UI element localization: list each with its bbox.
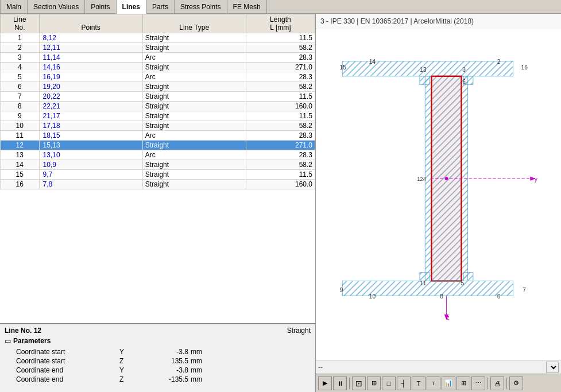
svg-rect-9 xyxy=(342,281,513,296)
svg-text:y: y xyxy=(535,176,538,183)
table-row[interactable]: 311,14Arc28.3 xyxy=(1,53,315,63)
table-row[interactable]: 1017,18Straight58.2 xyxy=(1,121,315,131)
toolbar-btn-table[interactable]: ⊞ xyxy=(456,377,470,390)
svg-text:11: 11 xyxy=(420,280,427,286)
diagram-area[interactable]: 15 14 13 3 2 16 6 y 124 9 xyxy=(316,29,561,360)
cell-points: 8,12 xyxy=(39,33,142,43)
tab-fe-mesh[interactable]: FE Mesh xyxy=(227,0,267,13)
col-header-line-type: Line Type xyxy=(142,14,246,33)
toolbar-btn-print[interactable]: 🖨 xyxy=(490,377,504,390)
status-text: -- xyxy=(318,363,323,371)
tab-parts[interactable]: Parts xyxy=(146,0,175,13)
cell-line-type: Straight xyxy=(142,43,246,53)
cell-length: 11.5 xyxy=(246,170,315,180)
app-container: Main Section Values Points Lines Parts S… xyxy=(0,0,561,392)
info-title-row: Line No. 12 Straight xyxy=(5,327,311,335)
param-value: -135.5 xyxy=(142,375,188,383)
cell-line-no: 4 xyxy=(1,63,40,72)
svg-text:124: 124 xyxy=(417,176,425,182)
param-name: Coordinate end xyxy=(16,366,119,374)
cell-line-type: Straight xyxy=(142,141,246,150)
cell-line-type: Straight xyxy=(142,102,246,111)
cell-line-type: Straight xyxy=(142,82,246,92)
diagram-header: 3 - IPE 330 | EN 10365:2017 | ArcelorMit… xyxy=(316,14,561,29)
toolbar-btn-chart[interactable]: 📊 xyxy=(442,377,455,390)
cell-points: 18,15 xyxy=(39,131,142,141)
cell-line-no: 7 xyxy=(1,92,40,102)
cell-length: 160.0 xyxy=(246,102,315,111)
table-row[interactable]: 516,19Arc28.3 xyxy=(1,72,315,82)
cell-line-no: 15 xyxy=(1,170,40,180)
tab-bar: Main Section Values Points Lines Parts S… xyxy=(0,0,561,14)
table-row[interactable]: 921,17Straight11.5 xyxy=(1,111,315,121)
cell-line-no: 2 xyxy=(1,43,40,53)
left-panel: LineNo. Points Line Type LengthL [mm] 18… xyxy=(0,14,316,392)
tab-lines[interactable]: Lines xyxy=(117,0,146,14)
param-axis: Y xyxy=(119,348,142,356)
cell-line-no: 10 xyxy=(1,121,40,131)
cell-line-type: Straight xyxy=(142,33,246,43)
table-row[interactable]: 18,12Straight11.5 xyxy=(1,33,315,43)
svg-text:6: 6 xyxy=(497,293,501,300)
cell-points: 17,18 xyxy=(39,121,142,131)
toolbar-btn-select[interactable]: ⊡ xyxy=(352,377,366,390)
params-collapse-icon[interactable]: ▭ xyxy=(5,337,11,345)
param-name: Coordinate start xyxy=(16,348,119,356)
param-row: Coordinate endZ-135.5mm xyxy=(5,375,311,384)
status-dropdown[interactable] xyxy=(546,362,559,373)
col-header-line-no: LineNo. xyxy=(1,14,40,33)
info-line-title: Line No. 12 xyxy=(5,327,41,335)
table-row[interactable]: 167,8Straight160.0 xyxy=(1,180,315,189)
tab-points[interactable]: Points xyxy=(85,0,116,13)
toolbar-btn-settings[interactable]: ⚙ xyxy=(509,377,523,390)
param-unit: mm xyxy=(188,366,211,374)
table-row[interactable]: 1313,10Arc28.3 xyxy=(1,150,315,160)
svg-text:8: 8 xyxy=(440,293,443,300)
cell-line-no: 5 xyxy=(1,72,40,82)
cell-points: 22,21 xyxy=(39,102,142,111)
params-header: ▭ Parameters xyxy=(5,337,311,345)
svg-text:5: 5 xyxy=(461,280,465,286)
param-row: Coordinate startY-3.8mm xyxy=(5,347,311,356)
table-row[interactable]: 1215,13Straight271.0 xyxy=(1,141,315,150)
toolbar-btn-prev[interactable]: ▶ xyxy=(318,377,332,390)
toolbar-btn-grid[interactable]: ⊞ xyxy=(367,377,381,390)
cell-line-no: 3 xyxy=(1,53,40,63)
table-row[interactable]: 414,16Straight271.0 xyxy=(1,63,315,72)
svg-text:13: 13 xyxy=(420,67,427,73)
table-row[interactable]: 159,7Straight11.5 xyxy=(1,170,315,180)
toolbar-btn-text2[interactable]: T xyxy=(427,377,440,390)
table-row[interactable]: 212,11Straight58.2 xyxy=(1,43,315,53)
toolbar-btn-text1[interactable]: T xyxy=(412,377,425,390)
tab-section-values[interactable]: Section Values xyxy=(28,0,85,13)
toolbar-btn-pause[interactable]: ⏸ xyxy=(333,377,347,390)
svg-text:9: 9 xyxy=(340,287,343,293)
cell-points: 13,10 xyxy=(39,150,142,160)
svg-text:14: 14 xyxy=(369,59,376,65)
toolbar-btn-more[interactable]: ⋯ xyxy=(471,377,485,390)
svg-rect-1 xyxy=(342,61,513,76)
table-row[interactable]: 1410,9Straight58.2 xyxy=(1,160,315,170)
table-row[interactable]: 720,22Straight11.5 xyxy=(1,92,315,102)
param-unit: mm xyxy=(188,375,211,383)
cell-line-no: 12 xyxy=(1,141,40,150)
cell-length: 271.0 xyxy=(246,141,315,150)
cell-length: 11.5 xyxy=(246,92,315,102)
tab-main[interactable]: Main xyxy=(0,0,28,13)
table-row[interactable]: 1118,15Arc28.3 xyxy=(1,131,315,141)
cell-line-type: Arc xyxy=(142,53,246,63)
svg-text:10: 10 xyxy=(369,293,376,300)
right-panel: 3 - IPE 330 | EN 10365:2017 | ArcelorMit… xyxy=(316,14,561,392)
table-row[interactable]: 619,20Straight58.2 xyxy=(1,82,315,92)
svg-rect-8 xyxy=(463,273,473,281)
toolbar-sep-1 xyxy=(349,378,350,389)
toolbar-btn-align-right[interactable]: ┤ xyxy=(397,377,411,390)
lines-table-container[interactable]: LineNo. Points Line Type LengthL [mm] 18… xyxy=(0,14,315,323)
table-row[interactable]: 822,21Straight160.0 xyxy=(1,102,315,111)
toolbar-btn-frame[interactable]: □ xyxy=(382,377,396,390)
tab-stress-points[interactable]: Stress Points xyxy=(175,0,227,13)
param-row: Coordinate startZ135.5mm xyxy=(5,356,311,366)
param-name: Coordinate end xyxy=(16,375,119,383)
cell-length: 28.3 xyxy=(246,53,315,63)
cell-line-type: Straight xyxy=(142,160,246,170)
